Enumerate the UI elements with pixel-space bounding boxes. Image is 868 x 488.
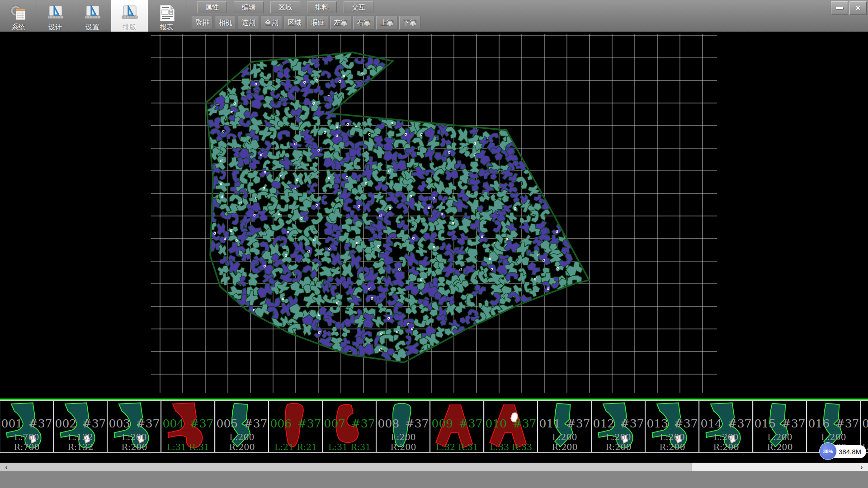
thumbnail-id: 007_#37 [323, 417, 376, 430]
menu-tab-3[interactable]: 区域 [270, 1, 300, 13]
nested-piece[interactable] [447, 230, 457, 241]
nav-button-5[interactable]: 报表 [148, 0, 185, 32]
tool-button-1[interactable]: 聚排 [192, 16, 213, 30]
scroll-right-icon: › [861, 463, 863, 471]
thumbnail-counts: L:31 R:31 [323, 442, 376, 452]
menu-tab-2[interactable]: 编辑 [234, 1, 264, 13]
close-button[interactable]: × [849, 1, 867, 15]
thumbnail-cell-9[interactable]: 009_#37L:32 R:31 [430, 401, 484, 452]
tool-button-6[interactable]: 瑕疵 [307, 16, 328, 30]
tool-button-5[interactable]: 区域 [284, 16, 305, 30]
thumbnail-cell-5[interactable]: 005_#37L:200 R:200 [215, 401, 269, 452]
thumbnail-id: 006_#37 [269, 417, 322, 430]
thumbnail-id: 009_#37 [431, 417, 483, 430]
tool-button-3[interactable]: 选割 [238, 16, 259, 30]
nested-piece[interactable] [377, 303, 387, 313]
nav-label: 系统 [12, 23, 25, 31]
nested-piece[interactable] [241, 78, 252, 91]
thumbnail-id: 008_#37 [377, 417, 429, 430]
window-controls: × [831, 1, 867, 15]
thumbnail-cell-10[interactable]: 010_#37L:33 R:33 [484, 401, 538, 452]
nav-button-2[interactable]: 设计 [37, 0, 74, 32]
thumbnail-counts: L:200 R:200 [700, 432, 752, 452]
nested-piece[interactable] [329, 305, 341, 313]
nested-piece[interactable] [538, 208, 552, 221]
thumbnail-counts: L:200 R:200 [108, 432, 160, 452]
nested-piece[interactable] [309, 211, 326, 227]
thumbnail-cell-6[interactable]: 006_#37L:21 R:21 [269, 401, 323, 452]
nested-piece[interactable] [438, 229, 446, 241]
nested-piece[interactable] [361, 117, 373, 128]
design-icon [46, 4, 65, 23]
nested-piece[interactable] [267, 150, 281, 160]
app-window: 系统设计设置排版报表 属性编辑区域排料交互 聚排相机选割全割区域瑕疵左靠右靠上靠… [0, 0, 868, 488]
nested-piece[interactable] [321, 195, 328, 205]
thumbnail-counts: L:200 R:200 [754, 432, 806, 452]
thumbnail-cell-15[interactable]: 015_#37L:200 R:200 [753, 401, 807, 452]
thumbnail-id: 0 [861, 417, 868, 430]
nav-button-3[interactable]: 设置 [74, 0, 111, 32]
scroll-left-button[interactable]: ‹ [0, 463, 13, 471]
nested-piece[interactable] [231, 213, 239, 225]
thumbnail-cell-13[interactable]: 013_#37L:200 R:200 [646, 401, 699, 452]
thumbnail-counts: L:132 R:132 [54, 432, 107, 452]
thumbnail-counts: L:21 R:21 [269, 442, 322, 452]
thumbnail-counts: L:200 R:200 [646, 432, 698, 452]
menu-area: 属性编辑区域排料交互 聚排相机选割全割区域瑕疵左靠右靠上靠下靠 [190, 0, 829, 32]
nested-piece[interactable] [255, 282, 274, 300]
tool-button-8[interactable]: 右靠 [353, 16, 374, 30]
piece-mark [222, 130, 225, 132]
nested-piece[interactable] [276, 129, 292, 141]
thumbnail-cell-1[interactable]: 001_#37L:700 R:700 [0, 401, 54, 452]
nesting-canvas[interactable] [0, 32, 868, 399]
menu-tab-1[interactable]: 属性 [197, 1, 227, 13]
top-toolbar: 系统设计设置排版报表 属性编辑区域排料交互 聚排相机选割全割区域瑕疵左靠右靠上靠… [0, 0, 868, 32]
nesting-workspace-svg[interactable] [151, 34, 717, 393]
thumbnail-cell-7[interactable]: 007_#37L:31 R:31 [323, 401, 377, 452]
thumbnail-cell-14[interactable]: 014_#37L:200 R:200 [699, 401, 753, 452]
thumbnail-cell-12[interactable]: 012_#37L:200 R:200 [592, 401, 646, 452]
thumbnail-counts: L:200 R:200 [538, 432, 591, 452]
nested-piece[interactable] [404, 335, 412, 346]
thumbnail-id: 012_#37 [592, 417, 645, 430]
thumbnail-id: 005_#37 [216, 417, 268, 430]
thumbnail-counts: L:31 R:31 [162, 442, 214, 452]
close-icon: × [856, 4, 861, 13]
nested-piece[interactable] [246, 272, 259, 286]
tool-button-2[interactable]: 相机 [215, 16, 236, 30]
menu-tab-row: 属性编辑区域排料交互 [197, 1, 373, 13]
minimize-button[interactable] [831, 1, 848, 15]
thumbnail-id: 011_#37 [538, 417, 591, 430]
minimize-icon [836, 7, 843, 9]
memory-value: 384.8M [836, 445, 863, 458]
thumbnail-cell-11[interactable]: 011_#37L:200 R:200 [538, 401, 592, 452]
settings-icon [83, 4, 102, 23]
thumbnail-counts: L:200 R:200 [216, 432, 268, 452]
horizontal-scrollbar[interactable]: ‹ › [0, 463, 868, 471]
menu-tab-5[interactable]: 交互 [344, 1, 373, 13]
nav-button-1[interactable]: 系统 [0, 0, 37, 32]
thumbnail-cell-8[interactable]: 008_#37L:200 R:200 [377, 401, 430, 452]
menu-tab-4[interactable]: 排料 [307, 1, 337, 13]
nested-piece[interactable] [434, 326, 446, 338]
nested-piece[interactable] [437, 276, 446, 287]
nested-piece[interactable] [528, 284, 541, 298]
tool-button-10[interactable]: 下靠 [399, 16, 420, 30]
nav-button-4[interactable]: 排版 [111, 0, 148, 32]
scroll-left-icon: ‹ [5, 463, 8, 471]
scrollbar-thumb[interactable] [13, 463, 692, 471]
thumbnail-cell-2[interactable]: 002_#37L:132 R:132 [54, 401, 108, 452]
scroll-right-button[interactable]: › [855, 463, 868, 471]
tool-button-7[interactable]: 左靠 [330, 16, 351, 30]
tool-button-9[interactable]: 上靠 [376, 16, 397, 30]
nav-label: 排版 [123, 23, 137, 31]
thumbnail-cell-3[interactable]: 003_#37L:200 R:200 [108, 401, 161, 452]
tool-button-4[interactable]: 全割 [261, 16, 282, 30]
nav-label: 设置 [86, 23, 99, 31]
thumbnail-id: 004_#37 [162, 417, 214, 430]
nav-label: 设计 [49, 23, 62, 31]
thumbnail-cell-4[interactable]: 004_#37L:31 R:31 [161, 401, 215, 452]
nested-piece[interactable] [314, 248, 326, 257]
nested-piece[interactable] [320, 69, 333, 80]
system-icon [9, 4, 28, 23]
